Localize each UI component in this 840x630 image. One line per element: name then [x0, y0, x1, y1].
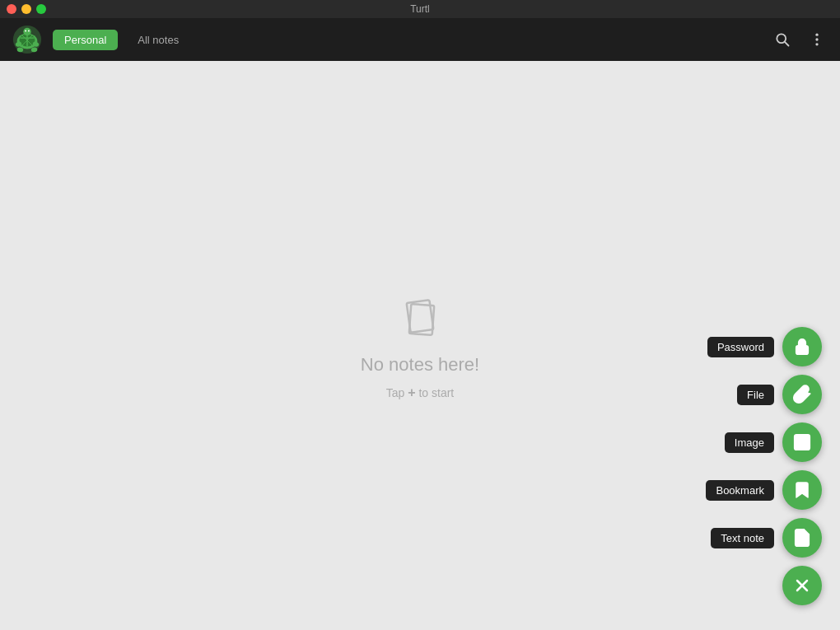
window-controls — [7, 4, 46, 14]
app-logo — [10, 22, 44, 57]
svg-point-7 — [23, 28, 31, 36]
fab-menu: Password File Image — [706, 327, 822, 605]
empty-title: No notes here! — [361, 354, 479, 376]
fab-row-password: Password — [707, 327, 822, 366]
file-icon — [792, 385, 812, 404]
no-notes-icon — [394, 292, 446, 344]
empty-icon — [394, 292, 446, 344]
close-button[interactable] — [7, 4, 16, 14]
search-button[interactable] — [769, 26, 796, 53]
tab-personal[interactable]: Personal — [53, 30, 118, 50]
svg-line-15 — [785, 42, 789, 46]
textnote-icon — [792, 528, 812, 548]
password-button[interactable] — [782, 327, 822, 366]
fab-row-close — [782, 566, 822, 605]
empty-subtitle-plus: + — [408, 385, 415, 399]
empty-subtitle-prefix: Tap — [386, 386, 408, 399]
maximize-button[interactable] — [36, 4, 46, 14]
image-label: Image — [725, 432, 774, 453]
empty-subtitle: Tap + to start — [386, 385, 455, 400]
search-icon — [774, 31, 791, 48]
more-options-button[interactable] — [804, 26, 830, 53]
title-bar: Turtl — [0, 0, 840, 18]
main-content: No notes here! Tap + to start Password F… — [0, 61, 840, 630]
bookmark-label: Bookmark — [706, 480, 774, 501]
image-button[interactable] — [782, 422, 822, 462]
logo-icon — [12, 24, 43, 55]
nav-bar: Personal All notes — [0, 18, 840, 61]
empty-subtitle-suffix: to start — [416, 386, 455, 399]
textnote-label: Text note — [711, 528, 774, 548]
image-icon — [792, 432, 812, 452]
bookmark-icon — [792, 480, 812, 500]
svg-point-9 — [28, 30, 30, 32]
more-icon — [809, 31, 825, 48]
fab-close-button[interactable] — [782, 566, 822, 605]
svg-point-8 — [25, 30, 26, 32]
textnote-button[interactable] — [782, 518, 822, 558]
file-button[interactable] — [782, 375, 822, 414]
bookmark-button[interactable] — [782, 470, 822, 510]
tab-all-notes[interactable]: All notes — [126, 30, 190, 50]
app-title: Turtl — [410, 3, 430, 15]
fab-row-bookmark: Bookmark — [706, 470, 822, 510]
empty-state: No notes here! Tap + to start — [361, 292, 479, 400]
svg-point-16 — [815, 34, 818, 36]
fab-row-textnote: Text note — [711, 518, 822, 558]
close-icon — [792, 576, 812, 595]
password-label: Password — [707, 337, 774, 357]
fab-row-image: Image — [725, 422, 822, 462]
fab-row-file: File — [737, 375, 822, 414]
password-icon — [792, 337, 812, 357]
file-label: File — [737, 385, 774, 405]
svg-rect-22 — [796, 346, 808, 354]
svg-point-24 — [798, 438, 800, 441]
svg-point-18 — [815, 43, 818, 45]
minimize-button[interactable] — [21, 4, 31, 14]
svg-point-17 — [815, 38, 818, 40]
